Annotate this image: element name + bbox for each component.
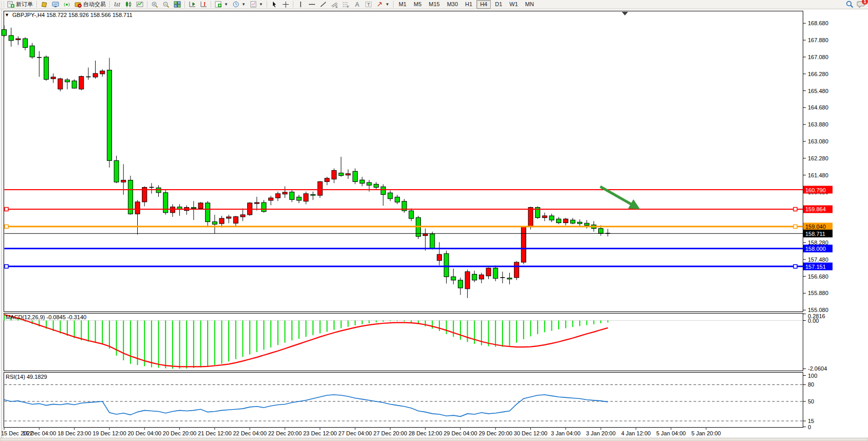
line-handle[interactable]	[793, 225, 797, 228]
zoom-in-button[interactable]	[149, 1, 160, 9]
timeframe-m1-button[interactable]: M1	[396, 1, 410, 8]
bull-candle	[121, 180, 126, 182]
equidistant-channel-button[interactable]: E	[329, 1, 340, 9]
chart-title-collapse-icon[interactable]: ▼	[5, 12, 9, 17]
bull-candle	[135, 202, 140, 214]
line-handle[interactable]	[793, 265, 797, 268]
time-axis[interactable]: 15 Dec 202216 Dec 04:0018 Dec 23:0019 De…	[1, 428, 721, 437]
line-chart-button[interactable]	[134, 1, 145, 9]
line-handle[interactable]	[793, 207, 797, 211]
toolbar-separator	[267, 1, 267, 8]
bear-candle	[388, 193, 393, 198]
bear-candle	[2, 30, 7, 35]
text-label-button[interactable]: T	[363, 1, 374, 9]
bar-chart-button[interactable]	[112, 1, 123, 9]
rsi-tick-label: 100	[808, 373, 817, 379]
toolbar-grip[interactable]	[1, 1, 4, 8]
time-tick-label: 30 Dec 12:00	[514, 430, 547, 436]
toolbar-separator	[147, 1, 147, 8]
horizontal-line-button[interactable]	[306, 1, 318, 9]
price-tag-label: 158.711	[805, 231, 825, 237]
line-handle[interactable]	[5, 265, 8, 268]
cursor-button[interactable]	[269, 1, 280, 9]
time-tick-label: 27 Dec 20:00	[374, 430, 407, 436]
time-tick-label: 3 Jan 20:00	[586, 430, 616, 436]
fibonacci-button[interactable]: F	[340, 1, 352, 9]
bear-candle	[212, 222, 217, 224]
vertical-line-button[interactable]	[295, 1, 306, 9]
chat-icon[interactable]: 1	[857, 1, 865, 9]
search-icon	[845, 1, 854, 8]
bear-candle	[23, 39, 27, 47]
market-watch-button[interactable]	[39, 1, 50, 9]
text-button[interactable]: A	[352, 1, 363, 9]
bear-candle	[381, 187, 385, 194]
time-tick-label: 19 Dec 12:00	[93, 430, 126, 436]
dropdown-arrow-icon: ▼	[385, 2, 390, 7]
bull-candle	[563, 219, 568, 223]
signals-button[interactable]	[61, 1, 72, 9]
new-order-button-label: 新订单	[16, 1, 33, 8]
chart-window: 168.680167.880167.080166.280165.480164.6…	[0, 9, 868, 441]
text-icon: A	[354, 1, 361, 8]
price-tick-label: 167.080	[808, 54, 828, 60]
timeframe-h1-button[interactable]: H1	[462, 1, 475, 8]
time-tick-label: 20 Dec 20:00	[163, 430, 196, 436]
timeframe-h4-button[interactable]: H4	[476, 0, 491, 9]
bear-candle	[290, 192, 294, 200]
timeframe-d1-button[interactable]: D1	[492, 1, 505, 8]
zoom-in-icon	[151, 1, 158, 8]
new-order-icon	[7, 1, 14, 8]
bear-candle	[599, 228, 603, 233]
bear-candle	[451, 277, 456, 280]
bull-candle	[254, 203, 259, 204]
bull-candle	[332, 171, 337, 179]
timeframe-mn-button[interactable]: MN	[522, 1, 537, 8]
timeframe-m15-button[interactable]: M15	[426, 1, 442, 8]
templates-button[interactable]: ▼	[248, 1, 265, 9]
auto-scroll-button[interactable]	[198, 1, 209, 9]
periods-button[interactable]: ▼	[230, 1, 248, 9]
autotrading-button-label: 自动交易	[83, 1, 106, 8]
vertical-line-icon	[297, 1, 304, 8]
indicators-button[interactable]: ▼	[213, 1, 230, 9]
autotrading-button[interactable]: 自动交易	[72, 1, 108, 9]
timeframe-w1-button[interactable]: W1	[506, 1, 521, 8]
crosshair-button[interactable]	[280, 1, 291, 9]
toolbar-separator	[211, 1, 211, 8]
terminal-button[interactable]	[50, 1, 61, 9]
time-tick-label: 22 Dec 04:00	[233, 430, 266, 436]
bull-candle	[346, 174, 350, 175]
chart-shift-button[interactable]	[187, 1, 198, 9]
main-toolbar: 新订单自动交易▼▼▼EFAT▼M1M5M15M30H1H4D1W1MN1	[0, 0, 868, 9]
bull-candle	[514, 262, 519, 278]
rsi-tick-label: 0	[808, 424, 811, 430]
toolbar-separator	[109, 1, 110, 8]
timeframe-m5-button[interactable]: M5	[411, 1, 424, 8]
price-tag-label: 158.000	[805, 246, 826, 252]
timeframe-m30-button[interactable]: M30	[444, 1, 461, 8]
time-tick-label: 22 Dec 20:00	[268, 430, 302, 436]
rsi-tick-label: 15	[808, 418, 814, 424]
trendline-button[interactable]	[318, 1, 329, 9]
arrows-button[interactable]: ▼	[374, 1, 392, 9]
time-tick-label: 5 Jan 20:00	[691, 430, 721, 436]
chart-shift-icon	[189, 1, 196, 8]
line-handle[interactable]	[5, 225, 8, 228]
bear-candle	[374, 184, 378, 187]
search-icon[interactable]	[845, 1, 854, 9]
zoom-out-button[interactable]	[160, 1, 172, 9]
bear-candle	[578, 222, 582, 224]
bull-candle	[93, 74, 98, 77]
svg-text:T: T	[367, 2, 370, 7]
bull-candle	[58, 79, 63, 89]
bear-candle	[570, 220, 575, 223]
line-handle[interactable]	[5, 207, 8, 211]
new-order-button[interactable]: 新订单	[5, 1, 35, 9]
candlestick-chart-button[interactable]	[123, 1, 134, 9]
macd-tick-label: -2.0604	[808, 365, 827, 372]
price-tag-label: 160.790	[805, 187, 826, 193]
rsi-panel	[4, 373, 803, 428]
svg-text:F: F	[347, 5, 349, 8]
tile-windows-button[interactable]	[172, 1, 183, 9]
